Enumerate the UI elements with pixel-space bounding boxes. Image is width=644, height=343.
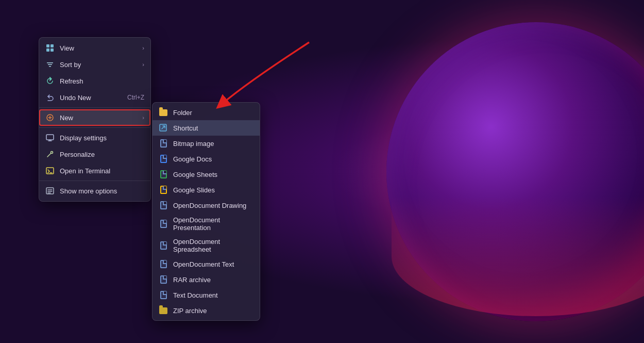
- more-options-icon: [45, 186, 55, 195]
- submenu-google-sheets-label: Google Sheets: [173, 171, 217, 178]
- submenu-item-opendoc-presentation[interactable]: OpenDocument Presentation: [152, 213, 260, 235]
- submenu-rar-archive-label: RAR archive: [173, 276, 211, 284]
- menu-item-new-label: New: [60, 114, 137, 122]
- svg-rect-2: [50, 44, 54, 47]
- submenu-item-opendoc-text[interactable]: OpenDocument Text: [152, 256, 260, 272]
- menu-item-show-more[interactable]: Show more options: [39, 183, 150, 199]
- menu-item-display-label: Display settings: [60, 134, 144, 142]
- google-sheets-icon: [159, 170, 168, 179]
- svg-rect-1: [46, 44, 49, 47]
- view-icon: [45, 43, 55, 53]
- sort-icon: [45, 60, 55, 69]
- opendoc-presentation-icon: [159, 219, 168, 228]
- svg-rect-9: [46, 135, 54, 140]
- svg-rect-4: [50, 48, 54, 52]
- menu-item-more-label: Show more options: [60, 187, 144, 195]
- undo-shortcut: Ctrl+Z: [127, 94, 144, 101]
- new-arrow-icon: ›: [142, 115, 144, 121]
- submenu-zip-archive-label: ZIP archive: [173, 307, 207, 315]
- svg-rect-3: [46, 48, 49, 52]
- submenu-opendoc-drawing-label: OpenDocument Drawing: [173, 202, 246, 209]
- submenu-google-slides-label: Google Slides: [173, 186, 215, 194]
- context-menu-container: View › Sort by › Refresh: [39, 37, 260, 321]
- menu-item-open-terminal[interactable]: Open in Terminal: [39, 162, 150, 179]
- primary-context-menu: View › Sort by › Refresh: [39, 37, 151, 202]
- menu-item-personalize-label: Personalize: [60, 151, 144, 158]
- personalize-icon: [45, 150, 55, 159]
- terminal-icon: [45, 166, 55, 175]
- submenu-item-zip-archive[interactable]: ZIP archive: [152, 303, 260, 318]
- submenu-opendoc-presentation-label: OpenDocument Presentation: [173, 216, 253, 232]
- shortcut-icon: [159, 123, 168, 133]
- google-slides-icon: [159, 185, 168, 194]
- submenu-item-google-docs[interactable]: Google Docs: [152, 151, 260, 167]
- menu-item-display-settings[interactable]: Display settings: [39, 129, 150, 146]
- menu-item-sort-by-label: Sort by: [60, 61, 137, 69]
- menu-divider-2: [39, 127, 150, 128]
- submenu-folder-label: Folder: [173, 109, 192, 117]
- submenu-item-opendoc-spreadsheet[interactable]: OpenDocument Spreadsheet: [152, 235, 260, 256]
- submenu-item-shortcut[interactable]: Shortcut: [152, 120, 260, 136]
- menu-item-sort-by[interactable]: Sort by ›: [39, 56, 150, 73]
- zip-archive-icon: [159, 306, 168, 315]
- new-submenu: Folder Shortcut Bitmap image: [152, 102, 260, 321]
- menu-item-view-label: View: [60, 44, 137, 52]
- menu-divider-1: [39, 107, 150, 108]
- submenu-opendoc-spreadsheet-label: OpenDocument Spreadsheet: [173, 238, 253, 253]
- submenu-item-google-sheets[interactable]: Google Sheets: [152, 167, 260, 182]
- text-document-icon: [159, 290, 168, 300]
- menu-item-refresh-label: Refresh: [60, 77, 144, 85]
- submenu-item-text-document[interactable]: Text Document: [152, 287, 260, 303]
- undo-icon: [45, 93, 55, 102]
- submenu-item-opendoc-drawing[interactable]: OpenDocument Drawing: [152, 198, 260, 213]
- opendoc-drawing-icon: [159, 201, 168, 210]
- submenu-item-bitmap[interactable]: Bitmap image: [152, 136, 260, 151]
- svg-point-13: [51, 152, 53, 154]
- folder-icon: [159, 108, 168, 117]
- submenu-shortcut-label: Shortcut: [173, 124, 198, 132]
- opendoc-text-icon: [159, 259, 168, 269]
- svg-line-12: [47, 153, 51, 157]
- menu-divider-3: [39, 181, 150, 181]
- menu-item-view[interactable]: View ›: [39, 40, 150, 56]
- view-arrow-icon: ›: [142, 45, 144, 51]
- rar-archive-icon: [159, 275, 168, 284]
- sort-arrow-icon: ›: [142, 61, 144, 68]
- submenu-google-docs-label: Google Docs: [173, 155, 212, 163]
- opendoc-spreadsheet-icon: [159, 241, 168, 250]
- menu-item-refresh[interactable]: Refresh: [39, 73, 150, 89]
- submenu-item-google-slides[interactable]: Google Slides: [152, 182, 260, 198]
- submenu-text-document-label: Text Document: [173, 291, 218, 299]
- menu-item-terminal-label: Open in Terminal: [60, 167, 144, 175]
- menu-item-undo-label: Undo New: [60, 94, 122, 102]
- refresh-icon: [45, 76, 55, 86]
- menu-item-personalize[interactable]: Personalize: [39, 146, 150, 162]
- display-icon: [45, 133, 55, 142]
- menu-item-new[interactable]: New ›: [39, 109, 150, 126]
- submenu-bitmap-label: Bitmap image: [173, 140, 214, 148]
- submenu-item-rar-archive[interactable]: RAR archive: [152, 272, 260, 287]
- svg-marker-5: [50, 77, 52, 80]
- submenu-item-folder[interactable]: Folder: [152, 105, 260, 120]
- submenu-opendoc-text-label: OpenDocument Text: [173, 260, 234, 268]
- new-icon: [45, 113, 55, 122]
- google-docs-icon: [159, 154, 168, 164]
- bitmap-file-icon: [159, 139, 168, 148]
- menu-item-undo-new[interactable]: Undo New Ctrl+Z: [39, 89, 150, 106]
